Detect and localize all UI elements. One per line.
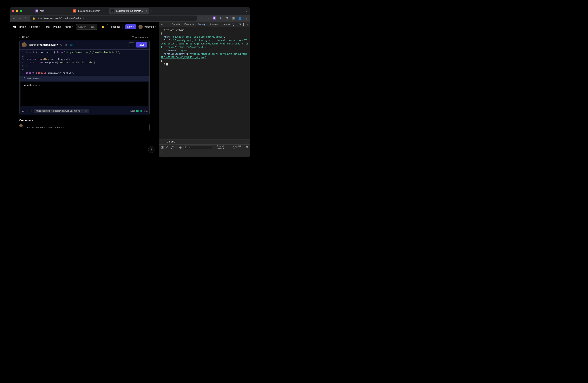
user-menu[interactable]: @pomdtr ▾	[138, 25, 156, 29]
browser-toolbar: ← → ⟳ 🔒 https://www.val.town/v/pomdtr/te…	[10, 15, 250, 21]
devtools-tab-elements[interactable]: Elements	[182, 22, 196, 27]
edit-icon[interactable]: ✎	[60, 43, 62, 46]
gear-icon[interactable]: ⚙	[238, 23, 242, 26]
close-icon[interactable]: ×	[106, 9, 107, 13]
devtools-tab-console[interactable]: Console	[170, 22, 182, 27]
devtools-tab-sources[interactable]: Sources	[208, 22, 220, 27]
clear-console-icon[interactable]: ⊘	[166, 146, 169, 149]
globe-icon[interactable]: 🌐	[69, 43, 73, 46]
sidepanel-icon[interactable]: ◨	[231, 17, 235, 20]
kebab-menu-icon[interactable]: ⋮	[244, 17, 248, 20]
new-button[interactable]: New ▾	[125, 24, 136, 29]
tweety-terminal[interactable]: ~ $ vt api /v1/me { "id": "8a86e3e7-cae8…	[159, 27, 250, 139]
open-icon[interactable]: ↗	[82, 110, 84, 112]
line-gutter: 1234567	[20, 50, 26, 76]
kebab-menu-icon[interactable]: ⋮	[161, 140, 165, 144]
home-icon[interactable]: ⌂	[19, 36, 21, 38]
chevron-down-icon: ▾	[39, 26, 40, 28]
list-icon: ☰	[132, 36, 134, 38]
tab-valtown[interactable]: vt testBasicAuth | @pomdtr | Val ×	[109, 8, 149, 14]
nav-docs[interactable]: Docs	[43, 25, 50, 28]
live-expression-icon[interactable]: ◉	[179, 146, 182, 149]
bookmark-icon[interactable]: ☆	[206, 17, 210, 20]
code-editor[interactable]: 1234567 import { basicAuth } from "https…	[20, 50, 149, 76]
devtools-tab-network[interactable]: Network	[220, 22, 232, 27]
search-placeholder: Search	[78, 25, 86, 28]
run-url[interactable]: https://pomdtr-testBasicAuth.web.val.run…	[34, 109, 89, 113]
console-toolbar: ◨ ⊘ top ▾ | ◉ | Default levels ▾ | 2 Iss…	[159, 145, 250, 150]
inspect-icon[interactable]: ⟐	[160, 23, 164, 26]
devtools-overflow[interactable]: » ⬒ 2	[232, 22, 237, 27]
gear-icon[interactable]: ⚙	[245, 146, 249, 149]
bell-icon[interactable]: 🔔	[101, 25, 105, 29]
http-trigger-badge[interactable]: ☁ HTTP ▾	[21, 110, 32, 112]
valtown-logo[interactable]: ⴸt	[13, 25, 16, 29]
profile-icon[interactable]: 👤	[238, 17, 242, 20]
vt-header: ⴸt Home Explore ▾ Docs Pricing About ▾ S…	[10, 21, 159, 32]
nav-pricing[interactable]: Pricing	[53, 25, 61, 28]
feedback-button[interactable]: Feedback	[107, 24, 123, 29]
toolbar-actions: ⇪ ☆ ▦ ✦ ⚗ ◨ 👤 ⋮	[200, 17, 248, 20]
close-icon[interactable]: ×	[68, 9, 69, 13]
val-version: v5	[65, 43, 68, 46]
tabs-overflow-button[interactable]: ⌄	[246, 10, 250, 13]
comments-section: Comments Be the first to comment on this…	[19, 119, 150, 131]
help-button[interactable]: ?	[148, 146, 155, 153]
breadcrumb: ⌂ Home ☰ Add readme	[10, 32, 159, 38]
preview-toggle[interactable]: ▾ Browser preview	[20, 76, 149, 81]
username-label: @pomdtr	[144, 25, 154, 28]
console-prompt[interactable]: ›	[159, 150, 250, 157]
nav-home[interactable]: Home	[19, 25, 26, 28]
new-tab-button[interactable]: +	[149, 9, 155, 13]
preview-output: Unauthorized	[20, 81, 149, 106]
tab-title: htop ~	[40, 10, 66, 12]
forward-button[interactable]: →	[18, 17, 21, 20]
extensions-icon[interactable]: ✦	[219, 17, 222, 20]
close-icon[interactable]: ×	[246, 23, 249, 26]
tab-sunbeam[interactable]: ☀ Installation | Sunbeam ×	[71, 8, 109, 14]
devtools-pane: ⟐ ▭ Console Elements Tweety Sources Netw…	[159, 21, 250, 157]
window-close-button[interactable]	[12, 10, 14, 12]
issues-link[interactable]: 2 Issues: ⬒ 2	[233, 145, 243, 150]
logs-link[interactable]: Logs ▮▮▮▮▮	[130, 110, 142, 112]
like-button[interactable]: ♡ 1	[144, 110, 147, 112]
reload-button[interactable]: ⟳	[24, 17, 28, 20]
window-zoom-button[interactable]	[20, 10, 22, 12]
levels-selector[interactable]: Default levels ▾	[217, 145, 229, 150]
val-card: @pomdtr/testBasicAuth ✎ v5 🌐 ⋯ Save 1234…	[19, 40, 150, 115]
devtools-tab-tweety[interactable]: Tweety	[196, 22, 207, 27]
save-button[interactable]: Save	[136, 42, 147, 47]
copy-icon[interactable]: ⧉	[78, 110, 80, 112]
address-bar[interactable]: 🔒 https://www.val.town/v/pomdtr/testBasi…	[30, 16, 197, 21]
sidebar-toggle-icon[interactable]: ◨	[161, 146, 164, 149]
kebab-menu-icon[interactable]: ⋮	[242, 23, 245, 26]
chevron-down-icon: ▾	[31, 110, 32, 112]
window-minimize-button[interactable]	[16, 10, 18, 12]
device-icon[interactable]: ▭	[164, 23, 168, 26]
nav-explore[interactable]: Explore ▾	[29, 25, 40, 28]
context-selector[interactable]: top ▾	[171, 145, 174, 150]
console-drawer-tab[interactable]: Console	[167, 139, 176, 144]
close-icon[interactable]: ×	[146, 9, 147, 13]
comment-input[interactable]: Be the first to comment on this val...	[25, 124, 150, 131]
close-icon[interactable]: ×	[245, 140, 249, 144]
vt-nav: Home Explore ▾ Docs Pricing About ▾	[19, 25, 73, 28]
share-icon[interactable]: ⇪	[200, 17, 203, 20]
more-menu-button[interactable]: ⋯	[128, 42, 134, 47]
extension-icon[interactable]: ▦	[212, 17, 216, 20]
window-traffic-lights	[12, 10, 22, 12]
nav-about[interactable]: About ▾	[64, 25, 73, 28]
search-input[interactable]: Search ⌘K	[76, 24, 97, 30]
tab-htop[interactable]: ▦ htop ~ ×	[33, 8, 71, 14]
add-readme-button[interactable]: ☰ Add readme	[132, 36, 150, 38]
code-body[interactable]: import { basicAuth } from "https://esm.t…	[26, 50, 121, 76]
embed-icon[interactable]: ▭	[85, 110, 87, 112]
chevron-down-icon: ▾	[155, 26, 156, 28]
chevron-down-icon: ▾	[133, 26, 134, 28]
breadcrumb-home[interactable]: Home	[22, 36, 29, 38]
labs-icon[interactable]: ⚗	[225, 17, 229, 20]
val-name[interactable]: @pomdtr/testBasicAuth	[29, 43, 58, 46]
console-filter-input[interactable]	[184, 146, 213, 149]
avatar	[22, 42, 27, 47]
back-button[interactable]: ←	[12, 17, 16, 20]
